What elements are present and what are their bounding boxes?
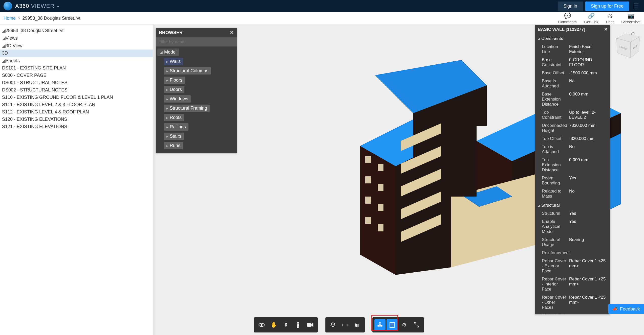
nav-tool-group: ✋ ⇕ xyxy=(254,317,318,332)
property-row: Unconnected Height7330.000 mm xyxy=(535,122,610,135)
tree-3d-view[interactable]: ◢3D View xyxy=(0,42,153,50)
pan-button[interactable]: ✋ xyxy=(268,319,279,330)
breadcrumb-home[interactable]: Home xyxy=(4,16,16,21)
svg-line-29 xyxy=(414,323,416,324)
model-browser-panel[interactable]: BROWSER ✕ ◢Model ▸Walls▸Structural Colum… xyxy=(156,28,237,153)
tree-sheet-item[interactable]: S000 - COVER PAGE xyxy=(0,72,153,79)
property-value: Yes xyxy=(569,176,608,186)
browser-node[interactable]: ▸Structural Framing xyxy=(164,105,210,112)
comments-label: Comments xyxy=(558,20,577,24)
brand-a: A360 xyxy=(15,3,29,9)
tree-sheet-item[interactable]: DS002 - STRUCTURAL NOTES xyxy=(0,86,153,94)
property-key: Top is Attached xyxy=(542,144,567,154)
print-action[interactable]: 🖨Print xyxy=(606,13,614,24)
property-key: Room Bounding xyxy=(542,176,567,186)
section-structural[interactable]: Structural xyxy=(535,201,610,209)
camera-button[interactable] xyxy=(305,319,316,330)
property-key: Base Offset xyxy=(542,70,567,76)
property-row: StructuralYes xyxy=(535,209,610,218)
tree-sheet-item[interactable]: S110 - EXISTING GROUND FLOOR & LEVEL 1 P… xyxy=(0,94,153,101)
zoom-button[interactable]: ⇕ xyxy=(280,319,291,330)
window xyxy=(378,224,383,231)
property-row: Rebar Cover - Interior FaceRebar Cover 1… xyxy=(535,275,610,293)
sign-in-button[interactable]: Sign in xyxy=(558,2,583,11)
fullscreen-button[interactable] xyxy=(411,319,422,330)
svg-rect-9 xyxy=(297,326,298,328)
section-constraints[interactable]: Constraints xyxy=(535,35,610,43)
browser-node[interactable]: ▸Runs xyxy=(164,142,183,149)
breadcrumb-current: 29953_38 Douglas Street.rvt xyxy=(23,16,80,21)
first-person-button[interactable] xyxy=(292,319,304,330)
orbit-button[interactable] xyxy=(256,319,267,330)
window xyxy=(365,197,371,204)
svg-rect-10 xyxy=(298,326,299,328)
viewcube[interactable]: FRONT RIGHT xyxy=(619,35,638,55)
close-icon[interactable]: ✕ xyxy=(230,30,234,35)
tree-sheets[interactable]: ◢Sheets xyxy=(0,57,153,64)
property-row: Top Extension Distance0.000 mm xyxy=(535,156,610,174)
property-row: Room BoundingYes xyxy=(535,174,610,187)
property-key: Rebar Cover - Other Faces xyxy=(542,295,567,310)
property-row: Structural UsageBearing xyxy=(535,236,610,249)
properties-title: BASIC WALL [1123277] xyxy=(538,27,585,32)
feedback-button[interactable]: 📣 Feedback xyxy=(608,304,644,314)
print-icon: 🖨 xyxy=(607,13,613,19)
comment-icon: 💬 xyxy=(564,13,571,19)
left-panel-scrollbar[interactable] xyxy=(153,25,155,335)
get-link-action[interactable]: 🔗Get Link xyxy=(584,13,598,24)
svg-marker-16 xyxy=(355,323,357,327)
tree-sheet-item[interactable]: DS001 - STRUCTURAL NOTES xyxy=(0,79,153,86)
tree-sheet-item[interactable]: S112 - EXISTING LEVEL 4 & ROOF PLAN xyxy=(0,108,153,116)
browser-node[interactable]: ▸Windows xyxy=(164,95,191,103)
property-key: Location Line xyxy=(542,44,567,54)
svg-point-7 xyxy=(297,322,299,324)
hamburger-icon[interactable]: ☰ xyxy=(632,2,640,10)
browser-node[interactable]: ▸Railings xyxy=(164,123,188,131)
browser-filter-input[interactable] xyxy=(156,37,237,46)
svg-rect-11 xyxy=(307,323,311,327)
project-browser[interactable]: ◢29953_38 Douglas Street.rvt ◢Views ◢3D … xyxy=(0,25,153,335)
tree-sheet-item[interactable]: S121 - EXISTING ELEVATIONS xyxy=(0,123,153,130)
browser-node[interactable]: ▸Structural Columns xyxy=(164,67,211,75)
settings-button[interactable]: ⚙ xyxy=(399,319,410,330)
tree-sheet-item[interactable]: S111 - EXISTING LEVEL 2 & 3 FLOOR PLAN xyxy=(0,101,153,108)
property-row: Rebar Cover - Other FacesRebar Cover 1 <… xyxy=(535,293,610,312)
app-title[interactable]: A360 VIEWER ▾ xyxy=(15,3,59,9)
comments-action[interactable]: 💬Comments xyxy=(558,13,577,24)
close-icon[interactable]: ✕ xyxy=(604,27,608,32)
properties-panel[interactable]: BASIC WALL [1123277] ✕ Constraints Locat… xyxy=(535,25,610,314)
tree-3d-item[interactable]: 3D xyxy=(0,50,153,57)
browser-node[interactable]: ▸Floors xyxy=(164,77,185,84)
model-browser-button[interactable] xyxy=(374,319,385,330)
property-row: Related to MassNo xyxy=(535,187,610,200)
tree-sheet-item[interactable]: S120 - EXISTING ELEVATIONS xyxy=(0,116,153,123)
window xyxy=(365,176,371,183)
property-key: Rebar Cover - Interior Face xyxy=(542,277,567,292)
property-value: Rebar Cover 1 <25 mm> xyxy=(569,258,608,274)
properties-button[interactable] xyxy=(387,319,398,330)
panel-tool-group: ⚙ xyxy=(372,317,424,332)
property-key: Unconnected Height xyxy=(542,123,567,133)
property-value: 0.000 mm xyxy=(569,157,608,173)
chevron-down-icon[interactable]: ▾ xyxy=(57,5,59,9)
measure-button[interactable] xyxy=(339,319,351,330)
print-label: Print xyxy=(606,20,614,24)
tree-root[interactable]: ◢29953_38 Douglas Street.rvt xyxy=(0,27,153,34)
browser-node[interactable]: ▸Walls xyxy=(164,58,183,65)
screenshot-action[interactable]: 📷Screenshot xyxy=(621,13,640,24)
property-value: 0-GROUND FLOOR xyxy=(569,57,608,67)
browser-node[interactable]: ▸Roofs xyxy=(164,114,184,121)
sign-up-button[interactable]: Sign up for Free xyxy=(585,2,629,11)
browser-root-node[interactable]: ◢Model xyxy=(157,49,179,56)
property-value: No xyxy=(569,189,608,199)
property-row: Reinforcement xyxy=(535,249,610,257)
megaphone-icon: 📣 xyxy=(612,306,618,312)
section-button[interactable] xyxy=(352,319,363,330)
property-key: Base is Attached xyxy=(542,79,567,89)
explode-button[interactable] xyxy=(327,319,338,330)
app-logo xyxy=(4,2,12,10)
browser-node[interactable]: ▸Stairs xyxy=(164,133,184,140)
tree-sheet-item[interactable]: DS101 - EXISTING SITE PLAN xyxy=(0,64,153,72)
tree-views[interactable]: ◢Views xyxy=(0,34,153,42)
browser-node[interactable]: ▸Doors xyxy=(164,86,184,93)
